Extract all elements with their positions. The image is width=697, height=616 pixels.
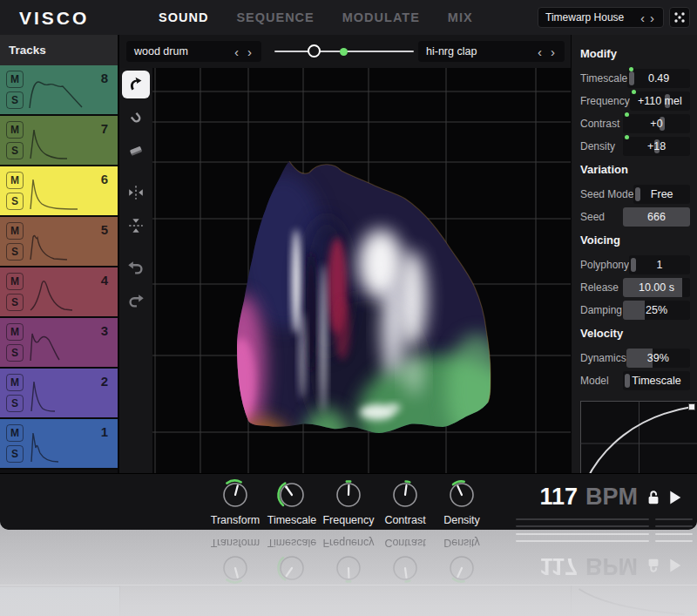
randomize-dice-button[interactable] (669, 7, 690, 28)
mute-button[interactable]: M (6, 222, 24, 240)
track-row-2[interactable]: MS 2 (0, 369, 118, 419)
track-row-3[interactable]: MS 3 (0, 318, 118, 369)
frequency-knob[interactable] (329, 479, 368, 514)
mute-button[interactable]: M (6, 121, 24, 139)
slider-thumb[interactable] (631, 258, 636, 272)
waveform-icon (27, 375, 88, 413)
track-number: 3 (101, 323, 108, 338)
track-row-5[interactable]: MS 5 (0, 217, 118, 267)
mod-indicator-dot (625, 112, 629, 117)
reflection-curve-ghost (571, 586, 693, 616)
tab-sound[interactable]: SOUND (159, 10, 208, 24)
tempo-display: 117 BPM (539, 484, 681, 511)
polyphony-slider[interactable]: 1 (629, 255, 690, 274)
solo-button[interactable]: S (6, 294, 24, 311)
bpm-unit-label: BPM (585, 484, 638, 511)
waveform-icon (27, 71, 88, 110)
preset-next-icon[interactable]: › (648, 11, 656, 24)
density-slider[interactable]: +18 (623, 137, 690, 156)
curve-handle-end[interactable] (689, 404, 695, 410)
dynamics-slider[interactable]: 39% (626, 349, 690, 368)
preset-name: Timewarp House (545, 11, 624, 24)
source-b-prev-icon[interactable]: ‹ (536, 45, 544, 58)
waveform-icon (27, 223, 88, 261)
solo-button[interactable]: S (6, 243, 24, 261)
param-row-timescale: Timescale 0.49 (580, 67, 690, 90)
eraser-tool-button[interactable] (122, 137, 150, 165)
morph-canvas[interactable] (152, 68, 571, 473)
bpm-value[interactable]: 117 (539, 484, 578, 511)
solo-button[interactable]: S (6, 193, 24, 210)
mute-button[interactable]: M (6, 71, 24, 88)
damping-slider[interactable]: 25% (623, 301, 690, 320)
seed-mode-selector[interactable]: Free (633, 185, 690, 204)
mute-button[interactable]: M (6, 323, 24, 341)
slider-thumb[interactable] (635, 187, 640, 201)
source-b-selector[interactable]: hi-nrg clap ‹ › (418, 41, 565, 62)
slider-thumb[interactable] (625, 374, 630, 388)
param-row-dynamics: Dynamics 39% (580, 347, 690, 369)
redo-button[interactable] (122, 287, 150, 315)
source-b-name: hi-nrg clap (426, 45, 477, 58)
solo-button[interactable]: S (6, 395, 24, 412)
transform-knob[interactable] (216, 479, 254, 514)
track-row-8[interactable]: MS 8 (0, 65, 118, 116)
preset-selector[interactable]: Timewarp House ‹ › (538, 7, 664, 28)
track-row-1[interactable]: MS 1 (0, 419, 118, 470)
velocity-model-selector[interactable]: Timescale (623, 371, 690, 390)
mirror-horizontal-icon (126, 183, 145, 202)
mute-button[interactable]: M (6, 273, 24, 290)
solo-button[interactable]: S (6, 142, 24, 159)
mute-button[interactable]: M (6, 172, 24, 189)
mute-button[interactable]: M (6, 424, 24, 442)
slider-fill (623, 301, 645, 320)
source-a-next-icon[interactable]: › (246, 45, 254, 58)
mirror-vertical-button[interactable] (122, 212, 150, 240)
source-a-name: wood drum (134, 45, 188, 58)
seed-field[interactable]: 666 (623, 207, 690, 227)
param-row-seed: Seed 666 (580, 206, 690, 228)
contrast-slider[interactable]: +0 (623, 114, 690, 133)
tab-sequence[interactable]: SEQUENCE (236, 10, 314, 24)
app-logo: VISCO (19, 8, 89, 29)
morph-bar: wood drum ‹ › hi-nrg clap ‹ › (121, 35, 571, 68)
grip-line (655, 518, 693, 520)
mod-indicator-dot (625, 135, 629, 139)
undo-button[interactable] (122, 254, 150, 281)
morph-blob (152, 68, 571, 473)
reflection-grip-line (655, 540, 693, 542)
track-row-4[interactable]: MS 4 (0, 267, 118, 318)
mute-button[interactable]: M (6, 374, 24, 391)
tab-mix[interactable]: MIX (448, 10, 473, 24)
push-tool-button[interactable] (122, 71, 150, 98)
reflection: Transform Timescale Frequency Contrast D… (0, 530, 697, 616)
magnet-tool-button[interactable] (122, 104, 150, 132)
frequency-slider[interactable]: +110 mel (630, 91, 690, 111)
contrast-knob[interactable] (386, 479, 424, 514)
play-button[interactable] (669, 491, 681, 504)
source-a-selector[interactable]: wood drum ‹ › (126, 41, 261, 62)
solo-button[interactable]: S (6, 445, 24, 463)
mod-indicator-dot (629, 67, 633, 71)
release-slider[interactable]: 10.00 s (623, 278, 690, 297)
density-knob[interactable] (443, 479, 481, 514)
preset-prev-icon[interactable]: ‹ (639, 11, 646, 24)
slider-thumb[interactable] (629, 71, 634, 85)
morph-slider-handle[interactable] (308, 44, 321, 58)
solo-button[interactable]: S (6, 344, 24, 362)
knob-label-density: Density (423, 514, 501, 526)
param-row-polyphony: Polyphony 1 (580, 254, 690, 276)
timescale-slider[interactable]: 0.49 (627, 69, 690, 88)
solo-button[interactable]: S (6, 91, 24, 109)
tab-modulate[interactable]: MODULATE (342, 10, 420, 24)
timescale-knob[interactable] (273, 479, 311, 514)
source-a-prev-icon[interactable]: ‹ (233, 45, 240, 58)
track-row-6-selected[interactable]: MS 6 (0, 166, 118, 217)
track-row-7[interactable]: MS 7 (0, 116, 118, 166)
grip-line (655, 525, 693, 527)
reflection-tempo: 117 BPM (539, 552, 681, 579)
reflection-grip-line (516, 533, 649, 535)
source-b-next-icon[interactable]: › (549, 45, 557, 58)
mirror-horizontal-button[interactable] (122, 179, 150, 206)
tempo-lock-icon[interactable] (646, 489, 661, 506)
